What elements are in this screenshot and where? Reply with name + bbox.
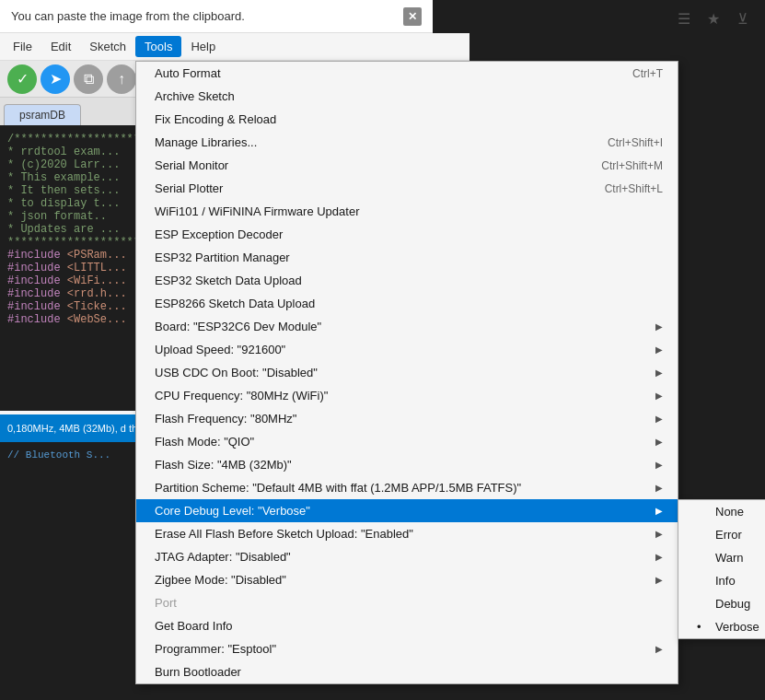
core-debug-submenu: None Error Warn Info Debug • Verbose bbox=[678, 499, 765, 639]
menu-item-manage-libraries[interactable]: Manage Libraries... Ctrl+Shift+I bbox=[136, 131, 678, 154]
submenu-arrow-icon: ▶ bbox=[655, 483, 663, 493]
menu-item-label: CPU Frequency: "80MHz (WiFi)" bbox=[155, 389, 328, 402]
submenu-arrow-icon: ▶ bbox=[655, 552, 663, 562]
menu-item-core-debug[interactable]: Core Debug Level: "Verbose" ▶ None Error… bbox=[136, 499, 678, 522]
menu-item-label: ESP8266 Sketch Data Upload bbox=[155, 297, 315, 310]
submenu-item-label: Debug bbox=[715, 597, 750, 611]
menu-item-shortcut: Ctrl+Shift+L bbox=[605, 182, 663, 195]
tools-dropdown-menu: Auto Format Ctrl+T Archive Sketch Fix En… bbox=[135, 61, 678, 684]
menu-item-board[interactable]: Board: "ESP32C6 Dev Module" ▶ bbox=[136, 315, 678, 338]
submenu-item-label: Warn bbox=[715, 551, 744, 565]
submenu-item-label: Error bbox=[715, 528, 742, 542]
menu-item-label: ESP Exception Decoder bbox=[155, 228, 283, 241]
submenu-item-debug[interactable]: Debug bbox=[678, 592, 765, 615]
menu-item-esp8266-sketch-upload[interactable]: ESP8266 Sketch Data Upload bbox=[136, 292, 678, 315]
menu-item-label: Fix Encoding & Reload bbox=[155, 112, 276, 126]
submenu-arrow-icon: ▶ bbox=[655, 644, 663, 654]
clipboard-notice: You can paste the image from the clipboa… bbox=[0, 0, 433, 33]
menu-item-label: Upload Speed: "921600" bbox=[155, 343, 285, 356]
menu-item-burn-bootloader[interactable]: Burn Bootloader bbox=[136, 660, 678, 683]
menubar: File Edit Sketch Tools Help bbox=[0, 33, 469, 61]
upload-button[interactable]: ➤ bbox=[41, 64, 70, 94]
clipboard-notice-text: You can paste the image from the clipboa… bbox=[11, 9, 245, 23]
browser-icons: ☰ ★ ⊻ bbox=[662, 0, 765, 37]
menu-item-label: ESP32 Sketch Data Upload bbox=[155, 274, 302, 287]
menu-item-zigbee[interactable]: Zigbee Mode: "Disabled" ▶ bbox=[136, 568, 678, 591]
submenu-item-none[interactable]: None bbox=[678, 500, 765, 523]
menu-tools[interactable]: Tools bbox=[135, 36, 181, 57]
menu-item-flash-size[interactable]: Flash Size: "4MB (32Mb)" ▶ bbox=[136, 453, 678, 476]
check-icon bbox=[697, 505, 712, 519]
bookmark-icon[interactable]: ☰ bbox=[673, 7, 695, 29]
menu-edit[interactable]: Edit bbox=[41, 36, 80, 57]
menu-item-label: Flash Size: "4MB (32Mb)" bbox=[155, 458, 292, 472]
submenu-item-label: Info bbox=[715, 574, 736, 588]
submenu-item-label: None bbox=[715, 505, 744, 519]
check-icon: • bbox=[697, 620, 712, 634]
close-clipboard-button[interactable]: ✕ bbox=[403, 7, 422, 26]
menu-item-label: JTAG Adapter: "Disabled" bbox=[155, 550, 291, 564]
submenu-arrow-icon: ▶ bbox=[655, 391, 663, 401]
menu-help[interactable]: Help bbox=[181, 36, 225, 57]
menu-item-label: Partition Scheme: "Default 4MB with ffat… bbox=[155, 481, 521, 495]
menu-item-esp32-partition[interactable]: ESP32 Partition Manager bbox=[136, 246, 678, 269]
menu-item-erase-flash[interactable]: Erase All Flash Before Sketch Upload: "E… bbox=[136, 522, 678, 545]
menu-item-auto-format[interactable]: Auto Format Ctrl+T bbox=[136, 62, 678, 85]
submenu-arrow-icon: ▶ bbox=[655, 506, 663, 516]
submenu-arrow-icon: ▶ bbox=[655, 437, 663, 447]
submenu-arrow-icon: ▶ bbox=[655, 321, 663, 332]
check-icon bbox=[697, 528, 712, 542]
menu-item-wifi-updater[interactable]: WiFi101 / WiFiNINA Firmware Updater bbox=[136, 200, 678, 223]
check-icon bbox=[697, 597, 712, 611]
menu-item-usb-cdc[interactable]: USB CDC On Boot: "Disabled" ▶ bbox=[136, 361, 678, 384]
menu-item-flash-freq[interactable]: Flash Frequency: "80MHz" ▶ bbox=[136, 407, 678, 430]
menu-item-get-board-info[interactable]: Get Board Info bbox=[136, 614, 678, 637]
menu-item-label: Get Board Info bbox=[155, 619, 233, 633]
download-icon[interactable]: ⊻ bbox=[732, 7, 754, 29]
submenu-item-info[interactable]: Info bbox=[678, 569, 765, 592]
menu-item-label: Auto Format bbox=[155, 66, 221, 80]
menu-item-programmer[interactable]: Programmer: "Esptool" ▶ bbox=[136, 637, 678, 660]
submenu-arrow-icon: ▶ bbox=[655, 575, 663, 585]
menu-item-cpu-freq[interactable]: CPU Frequency: "80MHz (WiFi)" ▶ bbox=[136, 384, 678, 407]
menu-item-label: Erase All Flash Before Sketch Upload: "E… bbox=[155, 527, 413, 541]
submenu-arrow-icon: ▶ bbox=[655, 529, 663, 539]
menu-item-esp-exception[interactable]: ESP Exception Decoder bbox=[136, 223, 678, 246]
copy-button[interactable]: ⧉ bbox=[74, 64, 103, 94]
menu-item-label: ESP32 Partition Manager bbox=[155, 251, 290, 264]
menu-item-upload-speed[interactable]: Upload Speed: "921600" ▶ bbox=[136, 338, 678, 361]
menu-item-label: Core Debug Level: "Verbose" bbox=[155, 504, 310, 518]
menu-item-shortcut: Ctrl+Shift+I bbox=[608, 136, 663, 149]
menu-file[interactable]: File bbox=[4, 36, 41, 57]
submenu-item-label: Verbose bbox=[715, 620, 759, 634]
menu-item-flash-mode[interactable]: Flash Mode: "QIO" ▶ bbox=[136, 430, 678, 453]
check-icon bbox=[697, 574, 712, 588]
menu-item-partition-scheme[interactable]: Partition Scheme: "Default 4MB with ffat… bbox=[136, 476, 678, 499]
menu-item-jtag[interactable]: JTAG Adapter: "Disabled" ▶ bbox=[136, 545, 678, 568]
submenu-arrow-icon: ▶ bbox=[655, 344, 663, 355]
tab-psramdb[interactable]: psramDB bbox=[4, 104, 81, 125]
submenu-arrow-icon: ▶ bbox=[655, 414, 663, 424]
menu-item-label: Zigbee Mode: "Disabled" bbox=[155, 573, 286, 587]
menu-item-shortcut: Ctrl+T bbox=[632, 67, 663, 80]
submenu-item-verbose[interactable]: • Verbose bbox=[678, 615, 765, 638]
menu-item-serial-plotter[interactable]: Serial Plotter Ctrl+Shift+L bbox=[136, 177, 678, 200]
submenu-item-error[interactable]: Error bbox=[678, 523, 765, 546]
new-button[interactable]: ↑ bbox=[107, 64, 136, 94]
menu-item-label: Flash Mode: "QIO" bbox=[155, 435, 254, 449]
menu-item-label: Serial Monitor bbox=[155, 158, 228, 172]
submenu-item-warn[interactable]: Warn bbox=[678, 546, 765, 569]
submenu-arrow-icon: ▶ bbox=[655, 460, 663, 470]
menu-item-shortcut: Ctrl+Shift+M bbox=[601, 159, 663, 172]
menu-item-label: Board: "ESP32C6 Dev Module" bbox=[155, 320, 321, 333]
submenu-arrow-icon: ▶ bbox=[655, 368, 663, 378]
star-icon[interactable]: ★ bbox=[702, 7, 724, 29]
menu-item-archive-sketch[interactable]: Archive Sketch bbox=[136, 85, 678, 108]
menu-item-fix-encoding[interactable]: Fix Encoding & Reload bbox=[136, 108, 678, 131]
menu-item-esp32-sketch-upload[interactable]: ESP32 Sketch Data Upload bbox=[136, 269, 678, 292]
menu-item-label: WiFi101 / WiFiNINA Firmware Updater bbox=[155, 204, 359, 218]
menu-item-serial-monitor[interactable]: Serial Monitor Ctrl+Shift+M bbox=[136, 154, 678, 177]
verify-button[interactable]: ✓ bbox=[7, 64, 37, 94]
menu-item-port[interactable]: Port bbox=[136, 591, 678, 614]
menu-sketch[interactable]: Sketch bbox=[80, 36, 135, 57]
